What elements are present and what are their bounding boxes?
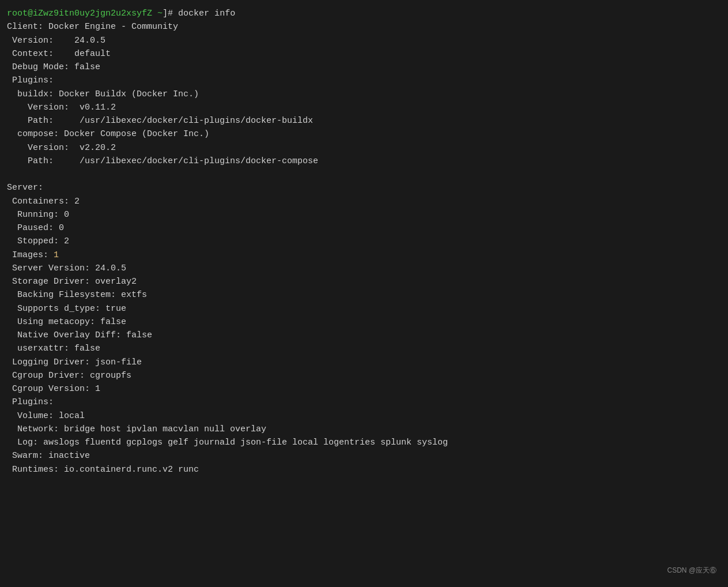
- using-metacopy-line: Using metacopy: false: [7, 315, 721, 329]
- prompt-line: root@iZwz9itn0uy2jgn2u2xsyfZ ~]# docker …: [7, 7, 721, 20]
- debug-mode-line: Debug Mode: false: [7, 61, 721, 74]
- plugins-server-label: Plugins:: [7, 396, 721, 409]
- prompt-user: root: [7, 9, 28, 18]
- runtimes-line: Runtimes: io.containerd.runc.v2 runc: [7, 463, 721, 476]
- buildx-label: buildx: Docker Buildx (Docker Inc.): [7, 88, 721, 101]
- storage-driver-line: Storage Driver: overlay2: [7, 275, 721, 288]
- blank-line-1: [7, 168, 721, 181]
- swarm-line: Swarm: inactive: [7, 449, 721, 462]
- buildx-version: Version: v0.11.2: [7, 101, 721, 114]
- images-count: 1: [54, 250, 59, 260]
- supports-dtype-line: Supports d_type: true: [7, 302, 721, 315]
- containers-line: Containers: 2: [7, 195, 721, 208]
- prompt-space: [152, 9, 157, 18]
- prompt-bracket: ]# docker info: [163, 9, 235, 18]
- images-line: Images: 1: [7, 249, 721, 262]
- cgroup-driver-line: Cgroup Driver: cgroupfs: [7, 369, 721, 382]
- backing-fs-line: Backing Filesystem: extfs: [7, 288, 721, 302]
- native-overlay-line: Native Overlay Diff: false: [7, 329, 721, 342]
- watermark: CSDN @应天⑥: [667, 566, 716, 575]
- client-label: Client: Docker Engine - Community: [7, 20, 721, 33]
- server-label: Server:: [7, 181, 721, 194]
- version-line: Version: 24.0.5: [7, 34, 721, 47]
- buildx-path: Path: /usr/libexec/docker/cli-plugins/do…: [7, 114, 721, 127]
- context-line: Context: default: [7, 47, 721, 61]
- compose-path: Path: /usr/libexec/docker/cli-plugins/do…: [7, 155, 721, 168]
- userxattr-line: userxattr: false: [7, 342, 721, 355]
- compose-version: Version: v2.20.2: [7, 141, 721, 155]
- prompt-tilde: ~: [157, 9, 163, 18]
- plugins-label: Plugins:: [7, 74, 721, 87]
- logging-driver-line: Logging Driver: json-file: [7, 356, 721, 369]
- terminal-window: root@iZwz9itn0uy2jgn2u2xsyfZ ~]# docker …: [7, 5, 721, 587]
- network-line: Network: bridge host ipvlan macvlan null…: [7, 423, 721, 436]
- compose-label: compose: Docker Compose (Docker Inc.): [7, 127, 721, 141]
- server-version-line: Server Version: 24.0.5: [7, 262, 721, 275]
- running-line: Running: 0: [7, 208, 721, 221]
- cgroup-version-line: Cgroup Version: 1: [7, 382, 721, 396]
- stopped-line: Stopped: 2: [7, 235, 721, 248]
- paused-line: Paused: 0: [7, 221, 721, 235]
- prompt-host: iZwz9itn0uy2jgn2u2xsyfZ: [33, 9, 152, 18]
- volume-line: Volume: local: [7, 409, 721, 423]
- prompt-at: @: [28, 9, 33, 18]
- log-line: Log: awslogs fluentd gcplogs gelf journa…: [7, 436, 721, 449]
